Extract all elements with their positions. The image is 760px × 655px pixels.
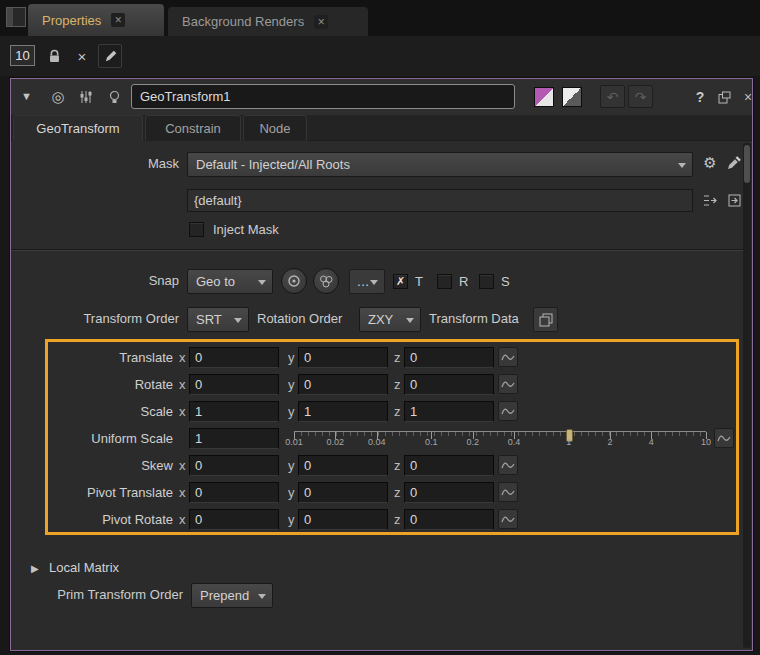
expand-icon[interactable]: ▶ <box>31 563 39 574</box>
pane-tab-bar: Properties × Background Renders × <box>0 0 760 36</box>
rotate-x-input[interactable] <box>189 374 279 395</box>
translate-x-input[interactable] <box>189 347 279 368</box>
edit-pencil-icon[interactable] <box>98 44 122 68</box>
tab-node[interactable]: Node <box>243 115 307 141</box>
snap-dropdown-value: Geo to <box>196 274 235 289</box>
assign-location-icon[interactable] <box>723 189 745 211</box>
gear-icon[interactable]: ⚙ <box>699 152 721 174</box>
tick-label: 0.2 <box>467 437 480 447</box>
transform-highlight-box: Translate x y z Rotate x y z Scale <box>45 339 739 535</box>
rotate-y-input[interactable] <box>298 374 388 395</box>
curve-icon[interactable] <box>498 347 518 367</box>
transform-order-label: Transform Order <box>11 307 179 331</box>
tick-label: 0.02 <box>326 437 344 447</box>
close-panel-icon[interactable]: × <box>737 87 759 107</box>
help-icon[interactable]: ? <box>689 87 711 107</box>
undo-glyph: ↶ <box>607 89 619 105</box>
rotation-order-label: Rotation Order <box>257 307 342 331</box>
skew-z-input[interactable] <box>404 455 494 476</box>
tab-constrain[interactable]: Constrain <box>145 115 241 141</box>
node-parameters-panel: ▼ ◎ GeoTransform1 ↶ ↷ ? × GeoTransform C… <box>10 78 753 651</box>
clear-glyph: × <box>78 48 87 65</box>
undo-icon[interactable]: ↶ <box>600 85 625 108</box>
uniform-scale-input[interactable] <box>189 428 279 449</box>
lock-icon[interactable] <box>42 44 66 68</box>
curve-icon[interactable] <box>498 374 518 394</box>
axis-x-label: x <box>179 482 186 503</box>
section-divider <box>11 249 752 251</box>
mask-dropdown[interactable]: Default - Injected/All Roots <box>187 152 693 177</box>
tick-label: 4 <box>649 437 654 447</box>
curve-icon[interactable] <box>498 401 518 421</box>
redo-icon[interactable]: ↷ <box>628 85 653 108</box>
target-icon[interactable]: ◎ <box>47 87 69 107</box>
pivot-rotate-y-input[interactable] <box>298 509 388 530</box>
tab-geotransform[interactable]: GeoTransform <box>13 115 143 141</box>
uniform-scale-slider[interactable]: 0.01 0.02 0.04 0.1 0.2 0.4 1 2 4 10 <box>286 428 714 449</box>
axis-z-label: z <box>394 401 401 422</box>
rotate-row: Rotate x y z <box>48 374 736 395</box>
rotation-order-dropdown[interactable]: ZXY <box>359 307 421 332</box>
pane-layout-icon[interactable] <box>6 7 26 27</box>
dropdown-arrow-icon <box>258 594 266 599</box>
skew-y-input[interactable] <box>298 455 388 476</box>
snap-r-checkbox[interactable] <box>437 274 452 289</box>
snap-points-icon[interactable] <box>313 268 339 294</box>
snap-label: Snap <box>11 269 179 293</box>
pivot-translate-label: Pivot Translate <box>48 482 173 503</box>
scale-x-input[interactable] <box>189 401 279 422</box>
tick-label: 0.01 <box>285 437 303 447</box>
inject-mask-checkbox[interactable] <box>189 222 204 237</box>
pivot-translate-y-input[interactable] <box>298 482 388 503</box>
pivot-translate-z-input[interactable] <box>404 482 494 503</box>
pivot-translate-x-input[interactable] <box>189 482 279 503</box>
mask-expression-input[interactable] <box>187 189 693 212</box>
scrollbar[interactable] <box>743 143 751 648</box>
transform-order-dropdown[interactable]: SRT <box>187 307 249 332</box>
slider-tick-ruler <box>294 431 706 436</box>
bulb-icon[interactable] <box>103 87 125 107</box>
snap-target-icon[interactable] <box>281 268 307 294</box>
snap-s-checkbox[interactable] <box>479 274 494 289</box>
dropdown-arrow-icon <box>678 163 686 168</box>
rotate-z-input[interactable] <box>404 374 494 395</box>
curve-icon[interactable] <box>498 482 518 502</box>
clear-icon[interactable]: × <box>70 44 94 68</box>
color-swatch-button-1[interactable] <box>534 87 554 107</box>
tab-properties[interactable]: Properties × <box>28 4 164 36</box>
color-swatch-button-2[interactable] <box>562 87 582 107</box>
axis-x-label: x <box>179 509 186 530</box>
sliders-icon[interactable] <box>75 87 97 107</box>
eyedropper-icon[interactable] <box>723 152 745 174</box>
curve-icon[interactable] <box>498 509 518 529</box>
translate-y-input[interactable] <box>298 347 388 368</box>
rotation-order-value: ZXY <box>368 312 393 327</box>
pivot-rotate-z-input[interactable] <box>404 509 494 530</box>
more-glyph: … <box>357 274 370 289</box>
curve-icon[interactable] <box>714 428 734 448</box>
translate-z-input[interactable] <box>404 347 494 368</box>
snap-t-checkbox[interactable]: ✗ <box>393 274 408 289</box>
scale-y-input[interactable] <box>298 401 388 422</box>
close-icon[interactable]: × <box>111 13 125 27</box>
pivot-rotate-x-input[interactable] <box>189 509 279 530</box>
prim-transform-order-label: Prim Transform Order <box>11 583 183 607</box>
close-icon[interactable]: × <box>314 15 328 29</box>
float-window-icon[interactable] <box>713 87 735 107</box>
max-nodes-field[interactable]: 10 <box>10 45 35 66</box>
curve-icon[interactable] <box>498 455 518 475</box>
node-name-field[interactable]: GeoTransform1 <box>131 84 515 109</box>
scrollbar-thumb[interactable] <box>744 145 750 183</box>
prim-transform-order-dropdown[interactable]: Prepend <box>191 583 273 608</box>
skew-x-input[interactable] <box>189 455 279 476</box>
rotate-label: Rotate <box>48 374 173 395</box>
transform-data-copy-icon[interactable] <box>533 307 558 332</box>
prim-transform-order-value: Prepend <box>200 588 249 603</box>
scale-z-input[interactable] <box>404 401 494 422</box>
snap-dropdown[interactable]: Geo to <box>187 269 273 294</box>
dropdown-arrow-icon <box>370 280 378 285</box>
scenegraph-list-icon[interactable] <box>699 189 721 211</box>
collapse-icon[interactable]: ▼ <box>21 90 32 102</box>
snap-more-button[interactable]: … <box>349 269 385 294</box>
tab-background-renders[interactable]: Background Renders × <box>168 7 368 36</box>
